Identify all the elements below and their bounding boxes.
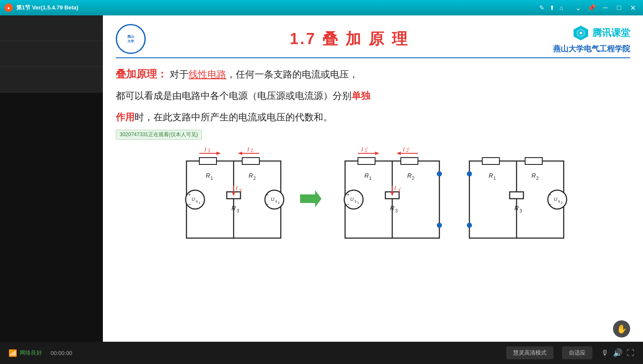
svg-marker-39 — [300, 190, 322, 207]
svg-text:2: 2 — [561, 201, 563, 205]
svg-rect-79 — [525, 158, 542, 164]
slide-title: 1.7 叠 加 原 理 — [146, 29, 553, 50]
home-icon[interactable]: ⌂ — [560, 4, 563, 11]
close-button[interactable]: ✕ — [627, 2, 639, 14]
bottom-bar: 📶 网络良好 00:00:00 慧灵高清模式 自适应 🎙 🔊 ⛶ — [0, 342, 643, 364]
svg-rect-45 — [401, 158, 418, 164]
svg-text:+: + — [347, 192, 349, 197]
svg-marker-28 — [216, 152, 221, 155]
svg-text:R: R — [390, 205, 394, 212]
svg-text:': ' — [400, 187, 401, 193]
principle-text-block: 叠加原理： 对于线性电路，任何一条支路的电流或电压， — [116, 65, 630, 83]
volume-icon[interactable]: 🔊 — [613, 348, 622, 358]
slide-content: 燕山大学 1.7 叠 加 原 理 腾讯课堂 燕山大学电气工程学院 — [103, 15, 643, 342]
svg-text:3: 3 — [237, 209, 239, 213]
svg-text:I: I — [236, 185, 237, 191]
bottom-icons: 🎙 🔊 ⛶ — [601, 348, 634, 358]
svg-text:I: I — [394, 185, 396, 191]
viewer-badge: 3020747331正在观看(仅本人可见) — [116, 130, 202, 140]
sidebar-item-1[interactable] — [0, 15, 103, 41]
svg-text:R: R — [231, 205, 236, 212]
principle-text-line3: 作用时，在此支路中所产生的电流或电压的代数和。 — [116, 109, 630, 126]
svg-text:1: 1 — [369, 176, 372, 181]
title-bar: ● 第1节 Ver(1.5.4.79 Beta) ✎ ⬆ ⌂ ⌄ 📌 ─ □ ✕ — [0, 0, 643, 15]
svg-text:': ' — [367, 146, 368, 152]
share-icon[interactable]: ⬆ — [550, 4, 555, 11]
svg-marker-60 — [375, 152, 379, 155]
svg-text:R: R — [206, 172, 210, 179]
svg-text:U: U — [350, 197, 354, 202]
microphone-icon[interactable]: 🎙 — [601, 349, 609, 358]
svg-text:U: U — [554, 197, 557, 202]
svg-text:2: 2 — [251, 148, 253, 153]
svg-text:R: R — [489, 172, 493, 179]
hand-icon[interactable]: ✋ — [613, 320, 630, 337]
principle-title: 叠加原理： — [116, 68, 167, 80]
svg-text:−: − — [188, 202, 191, 207]
svg-text:1: 1 — [493, 176, 496, 181]
svg-point-57 — [437, 171, 442, 176]
svg-text:+: + — [188, 192, 191, 197]
hd-mode-button[interactable]: 慧灵高清模式 — [506, 346, 553, 359]
pin-icon[interactable]: 📌 — [586, 2, 598, 14]
svg-text:3: 3 — [520, 209, 522, 213]
svg-rect-82 — [510, 192, 523, 199]
left-sidebar — [0, 15, 103, 364]
circuit-diagram-3: R 1 R 2 R 3 + − U s 2 — [457, 148, 572, 251]
svg-text:1: 1 — [198, 201, 201, 205]
adapt-button[interactable]: 自适应 — [562, 346, 592, 359]
circuit-diagram-2: R 1 R 2 R 3 + − U s 1 — [332, 148, 448, 251]
linear-circuit-text: 线性电路 — [189, 69, 226, 80]
sidebar-item-3[interactable] — [0, 67, 103, 92]
text-part3: 都可以看成是由电路中各个电源（电压源或电流源）分别 — [116, 90, 352, 101]
svg-text:I: I — [403, 146, 405, 153]
maximize-button[interactable]: □ — [613, 2, 625, 14]
svg-text:s: s — [275, 199, 277, 203]
svg-text:2: 2 — [278, 201, 280, 205]
svg-text:+: + — [549, 192, 551, 197]
svg-marker-32 — [238, 152, 242, 155]
time-display: 00:00:00 — [51, 350, 72, 356]
svg-text:s: s — [355, 199, 357, 203]
text-part1: 对于 — [170, 69, 189, 80]
svg-text:3: 3 — [395, 209, 398, 213]
svg-text:1: 1 — [210, 176, 213, 181]
svg-point-58 — [437, 223, 442, 228]
minimize-button[interactable]: ─ — [599, 2, 611, 14]
main-content-area: 燕山大学 1.7 叠 加 原 理 腾讯课堂 燕山大学电气工程学院 — [103, 15, 643, 342]
network-label: 网络良好 — [20, 349, 42, 357]
svg-rect-9 — [242, 158, 259, 164]
svg-text:R: R — [514, 205, 519, 212]
svg-text:I: I — [247, 146, 249, 153]
chevron-down-icon[interactable]: ⌄ — [572, 2, 584, 14]
slide-header: 燕山大学 1.7 叠 加 原 理 腾讯课堂 燕山大学电气工程学院 — [116, 24, 630, 58]
svg-point-3 — [580, 32, 582, 34]
svg-text:R: R — [364, 172, 369, 179]
svg-text:U: U — [192, 197, 195, 202]
svg-text:1: 1 — [208, 148, 210, 153]
university-logo: 燕山大学 — [116, 24, 146, 54]
svg-text:I: I — [204, 146, 206, 153]
svg-rect-6 — [199, 158, 216, 164]
tencent-label: 腾讯课堂 — [592, 27, 630, 39]
svg-point-92 — [467, 223, 472, 228]
svg-text:3: 3 — [239, 188, 242, 193]
wifi-icon: 📶 — [9, 349, 17, 357]
sidebar-item-2[interactable] — [0, 41, 103, 67]
svg-text:I: I — [361, 146, 363, 153]
fullscreen-icon[interactable]: ⛶ — [627, 349, 634, 358]
app-icon: ● — [4, 3, 13, 12]
svg-text:1: 1 — [357, 201, 359, 205]
network-status: 📶 网络良好 — [9, 349, 42, 357]
svg-text:2: 2 — [253, 176, 256, 181]
svg-rect-76 — [482, 158, 499, 164]
principle-text-line2: 都可以看成是由电路中各个电源（电压源或电流源）分别单独 — [116, 87, 630, 104]
svg-text:+: + — [266, 192, 268, 197]
svg-text:R: R — [407, 172, 412, 179]
svg-text:2: 2 — [412, 176, 415, 181]
svg-point-91 — [467, 171, 472, 176]
edit-icon[interactable]: ✎ — [539, 4, 544, 11]
text-part2: ，任何一条支路的电流或电压， — [226, 69, 358, 80]
circuit-diagram-1: R 1 R 2 R 3 + − U s 1 + − — [174, 148, 289, 251]
circuits-area: R 1 R 2 R 3 + − U s 1 + − — [116, 148, 630, 251]
